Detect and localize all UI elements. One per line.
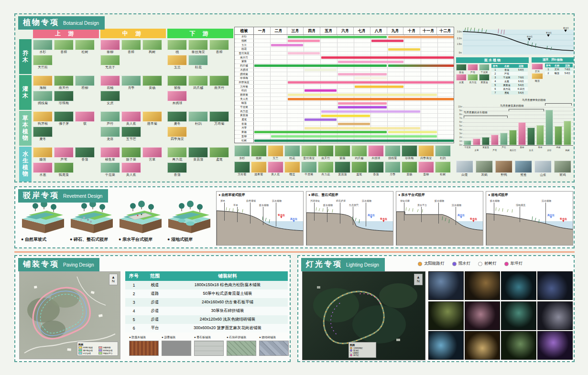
bird-gridline — [463, 115, 573, 115]
photo-caption: 白鹭 — [456, 173, 473, 177]
annotation-leader-line — [438, 203, 439, 224]
calendar-row-name: 玉兰 — [235, 43, 254, 47]
plant-photo: 狗牙根 — [33, 111, 53, 126]
photo-caption: 垂柳 — [418, 173, 434, 176]
bloom-calendar: 植被一月二月三月四月五月六月七月八月九月十月十一月十二月 水杉桃树玉兰桂花垂丝海… — [234, 27, 454, 143]
photo-strip-row: 万寿菊翅果菊美人蕉睡莲千屈菜再力花黄菖蒲鸢尾香蒲月季黄杨垂柳松树 — [234, 161, 454, 176]
calendar-row: 垂丝海棠 — [235, 52, 454, 56]
plant-category-row: 水生植物睡莲芦苇香蒲水葱狐尾藻梭鱼草眼子菜苦草千屈菜美人蕉再力花黄菖蒲鸢尾香蒲 — [19, 147, 233, 182]
photo-image — [385, 161, 401, 173]
swatch-label: ● 沥青铺装 — [162, 335, 191, 340]
photo-image — [468, 74, 478, 81]
svg-text:3.0m: 3.0m — [457, 31, 462, 33]
photo-image — [188, 55, 208, 65]
photo-image — [532, 64, 543, 70]
photo-caption: 芡实 — [532, 70, 543, 73]
bird-habitat-chart: 10m9m8m7m6m5m4m3m2m1m0m千屈菜水葱黄菖蒲芦苇芦竹南天竹垂柳… — [456, 99, 574, 159]
lighting-legend-item: 射树灯 — [478, 261, 497, 267]
photo-image — [335, 161, 350, 173]
photo-caption: 桃树 — [251, 157, 267, 160]
lighting-legend-item: 草坪灯 — [504, 261, 523, 267]
bloom-bar — [305, 89, 337, 92]
bloom-bar — [338, 106, 387, 108]
bird-plant-label: 垂柳 — [518, 146, 527, 149]
revetment-iso-item: ● 湿地式驳岸 — [167, 201, 211, 243]
photo-caption: 翅果菊 — [251, 173, 267, 176]
calendar-track — [254, 122, 454, 126]
plant-photo: 芦苇 — [468, 64, 478, 74]
photo-image — [468, 64, 478, 71]
calendar-row: 千屈菜 — [235, 106, 454, 110]
botanical-title-cn: 植物专项 — [23, 18, 59, 28]
plant-photo: 荻 — [75, 111, 95, 126]
paving-map-legend: 图例防腐木栈道沥青路面青石板步道烧结砖步道碎拼步道花岗岩平台 — [77, 342, 118, 356]
revetment-annotation: 挺水植物 — [259, 204, 269, 206]
photo-caption: 斑鸠 — [554, 173, 571, 177]
plant-photo: 垂丝海棠 — [301, 145, 317, 160]
calendar-row-name: 黄菖蒲 — [235, 114, 254, 118]
photo-image — [121, 127, 141, 137]
photo-caption: 芦苇 — [54, 158, 74, 161]
photo-caption: 无患子 — [100, 65, 120, 69]
annotation-leader-line — [353, 207, 353, 225]
lighting-header: 灯光专项 Lighting Design — [301, 258, 385, 271]
water-level-marker: 常水位▼ — [278, 214, 285, 218]
emergent-photos: 香蒲芦苇千屈菜水葱再力花黄菖蒲 — [456, 64, 490, 97]
paving-swatch: ● 石块碎拼铺装 — [227, 335, 256, 356]
lamp-dot-icon — [452, 262, 457, 266]
revetment-iso-label: ● 亲水平台式驳岸 — [119, 236, 152, 243]
plant-photo: 香樟 — [209, 40, 229, 54]
photo-image — [167, 40, 187, 50]
bloom-bar — [388, 36, 454, 38]
photo-image — [368, 161, 384, 173]
photo-image — [188, 147, 208, 158]
calendar-row: 紫薇 — [235, 60, 454, 64]
annotation-leader-line — [237, 207, 238, 222]
photo-caption: 南天竹 — [209, 86, 229, 90]
plant-photo: 杜鹃 — [188, 111, 208, 126]
bird-plant-label: 南天竹 — [509, 149, 518, 151]
plant-photo: 黄杨 — [142, 75, 162, 90]
photo-image — [75, 111, 95, 122]
calendar-track — [254, 43, 454, 47]
photo-caption: 万寿菊 — [234, 173, 250, 176]
panel-lighting: 灯光专项 Lighting Design 太阳能路灯照水灯射树灯草坪灯 ▲N图例… — [297, 255, 575, 362]
photo-image — [209, 111, 229, 122]
bird-bracket — [545, 103, 572, 106]
bird-axis-tick: 4m — [456, 129, 462, 131]
revetment-annotation: 草本 — [233, 204, 238, 206]
calendar-row-name: 黄杨 — [235, 130, 254, 134]
bird-plant-label: 黄菖蒲 — [481, 146, 490, 149]
photo-image — [456, 161, 473, 173]
bird-photo: 野鸭 — [495, 161, 512, 177]
revetment-annotation: 自然缓坡 — [246, 199, 256, 202]
photo-image — [121, 75, 141, 86]
calendar-track — [254, 55, 454, 59]
lighting-site-map: ▲N图例太阳能路灯照水灯射树灯草坪灯 — [302, 271, 425, 360]
photo-caption: 石楠 — [100, 86, 120, 90]
swatch-sample — [162, 341, 191, 356]
plant-cell: 海桐南天竹柽柳绣线菊珍珠梅 — [33, 75, 99, 110]
legend-swatch — [98, 349, 102, 352]
photo-image — [456, 64, 467, 71]
revetment-section-title: ● 湿地式驳岸 — [488, 193, 508, 197]
bird-bracket — [464, 116, 508, 118]
calendar-track — [254, 52, 454, 55]
calendar-row-name: 杜鹃 — [235, 89, 254, 93]
photo-image — [54, 111, 74, 122]
photo-caption: 四季海棠 — [418, 157, 434, 160]
photo-caption: 桃 — [167, 50, 187, 54]
plant-photo: 佛子茅 — [54, 111, 74, 126]
photo-caption: 柽柳 — [75, 86, 95, 90]
annotation-leader-line — [314, 203, 315, 221]
revetment-cross-sections: ● 自然草坡式驳岸 灌木草本自然缓坡挺水植物沉水植物常水位▼高水位▼● 碎石、整… — [216, 191, 573, 246]
photo-caption: 千屈菜 — [479, 71, 490, 74]
plant-photo: 女贞 — [100, 91, 120, 105]
photo-caption: 松树 — [435, 173, 451, 176]
plant-photo: 五节芒 — [121, 127, 141, 141]
photo-caption: 绣线菊 — [33, 101, 53, 105]
bloom-bar — [321, 56, 454, 59]
calendar-row-name: 桃树 — [235, 39, 254, 43]
calendar-month-header: 一月 — [254, 27, 271, 34]
plant-photo: 香樟 — [121, 40, 141, 54]
